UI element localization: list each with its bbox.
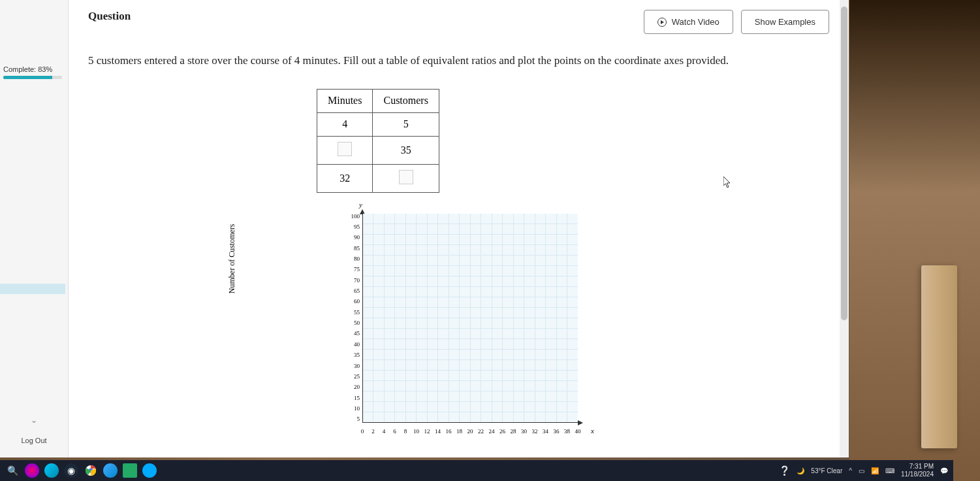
x-tick: 8: [400, 428, 411, 435]
app-icon-2[interactable]: [103, 463, 118, 478]
play-circle-icon: [657, 18, 667, 27]
cell-customers: 35: [373, 136, 439, 164]
x-tick: 12: [422, 428, 432, 435]
system-tray[interactable]: ❔ 🌙 53°F Clear ^ ▭ 📶 ⌨ 7:31 PM 11/18/202…: [779, 463, 948, 478]
x-tick: 28: [508, 428, 518, 435]
help-icon[interactable]: ❔: [779, 465, 790, 476]
weather-text[interactable]: 53°F Clear: [811, 467, 842, 474]
cell-customers-input[interactable]: [373, 164, 439, 192]
y-tick: 75: [341, 267, 360, 273]
tray-chevron-icon[interactable]: ^: [849, 467, 852, 474]
y-tick: 15: [341, 395, 360, 401]
x-tick: 0: [357, 428, 368, 435]
wifi-icon[interactable]: 📶: [871, 467, 879, 474]
table-row: 35: [317, 136, 439, 164]
watch-video-button[interactable]: Watch Video: [644, 10, 733, 34]
y-tick: 5: [341, 416, 360, 422]
cell-customers: 5: [373, 112, 439, 136]
watch-video-label: Watch Video: [672, 17, 719, 27]
ratio-table: Minutes Customers 4 5 35 32: [317, 89, 439, 193]
show-examples-button[interactable]: Show Examples: [741, 10, 829, 34]
battery-icon[interactable]: ▭: [859, 467, 864, 474]
browser-window: Complete: 83% ⌄ Log Out Question Watch V…: [0, 0, 849, 457]
x-tick: 20: [465, 428, 475, 435]
background-photo: [849, 0, 980, 481]
y-tick: 70: [341, 278, 360, 284]
sidebar-highlight[interactable]: [0, 284, 65, 294]
x-tick: 24: [486, 428, 497, 435]
y-tick: 20: [341, 384, 360, 390]
x-tick: 18: [454, 428, 465, 435]
x-tick: 38: [562, 428, 573, 435]
question-text: 5 customers entered a store over the cou…: [88, 52, 800, 69]
chevron-down-icon[interactable]: ⌄: [31, 416, 37, 425]
plot-grid[interactable]: [362, 214, 578, 423]
y-tick: 55: [341, 310, 360, 316]
x-tick: 26: [498, 428, 508, 435]
x-tick: 10: [411, 428, 422, 435]
app-icon[interactable]: [25, 463, 39, 478]
chrome-icon[interactable]: [84, 463, 98, 478]
x-tick: 6: [390, 428, 400, 435]
table-row: 32: [317, 164, 439, 192]
x-tick: 16: [443, 428, 454, 435]
scrollbar-track[interactable]: [840, 0, 849, 457]
start-icon[interactable]: 🔍: [5, 463, 20, 478]
table-header-minutes: Minutes: [317, 89, 373, 112]
cell-minutes-input[interactable]: [317, 136, 373, 164]
x-tick: 34: [541, 428, 551, 435]
logout-link[interactable]: Log Out: [21, 437, 46, 444]
y-tick: 35: [341, 352, 360, 358]
book-object: [921, 265, 957, 448]
y-tick: 90: [341, 235, 360, 241]
x-tick: 40: [573, 428, 583, 435]
y-axis-ticks: 1009590858075706560555045403530252015105: [341, 214, 360, 423]
table-row: 4 5: [317, 112, 439, 136]
x-tick: 32: [530, 428, 540, 435]
x-tick: 36: [551, 428, 561, 435]
x-letter: x: [591, 427, 594, 435]
scrollbar-thumb[interactable]: [841, 7, 847, 320]
y-tick: 30: [341, 363, 360, 369]
y-tick: 50: [341, 320, 360, 326]
y-tick: 25: [341, 374, 360, 380]
keyboard-icon[interactable]: ⌨: [885, 467, 894, 474]
y-letter: y: [359, 201, 362, 208]
y-axis-label: Number of Customers: [227, 224, 237, 293]
main-content: Question Watch Video Show Examples 5 cus…: [69, 0, 849, 457]
show-examples-label: Show Examples: [755, 17, 815, 27]
question-title: Question: [88, 10, 131, 23]
mouse-cursor-icon: [723, 176, 733, 191]
x-tick: 30: [519, 428, 530, 435]
x-tick: 22: [476, 428, 486, 435]
arrow-right-icon: [578, 420, 583, 425]
edge-icon[interactable]: [44, 463, 59, 478]
y-tick: 65: [341, 288, 360, 294]
cell-minutes: 4: [317, 112, 373, 136]
weather-icon: 🌙: [797, 467, 804, 474]
x-tick: 4: [379, 428, 389, 435]
clock[interactable]: 7:31 PM 11/18/2024: [901, 463, 934, 478]
x-tick: 14: [433, 428, 443, 435]
cell-minutes: 32: [317, 164, 373, 192]
notifications-icon[interactable]: 💬: [940, 467, 948, 474]
table-header-customers: Customers: [373, 89, 439, 112]
steam-icon[interactable]: ◉: [64, 463, 78, 478]
x-tick: 2: [368, 428, 379, 435]
sidebar: Complete: 83% ⌄ Log Out: [0, 0, 69, 457]
y-tick: 60: [341, 299, 360, 305]
progress-bar: [3, 76, 62, 79]
time-text: 7:31 PM: [901, 463, 934, 471]
progress-fill: [3, 76, 52, 79]
date-text: 11/18/2024: [901, 471, 934, 478]
x-axis-ticks: 0246810121416182022242628303234363840: [357, 428, 583, 435]
app-icon-4[interactable]: [142, 463, 157, 478]
taskbar[interactable]: 🔍 ◉ ❔ 🌙 53°F Clear ^ ▭ 📶 ⌨ 7:31 PM 11/18…: [0, 460, 953, 481]
coordinate-plane[interactable]: Number of Customers y x 1009590858075706…: [245, 206, 519, 441]
y-tick: 80: [341, 256, 360, 262]
app-icon-3[interactable]: [123, 463, 137, 478]
progress-label: Complete: 83%: [3, 65, 65, 73]
y-tick: 100: [341, 214, 360, 220]
y-tick: 45: [341, 331, 360, 337]
y-tick: 95: [341, 224, 360, 230]
